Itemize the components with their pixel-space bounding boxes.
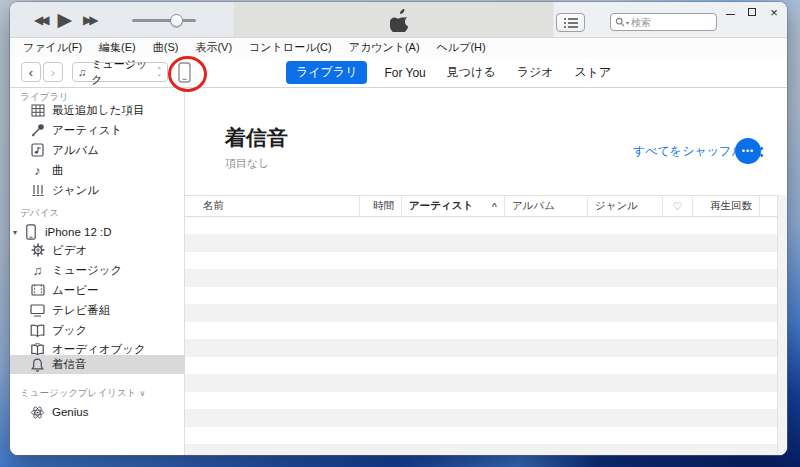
column-header-filler	[760, 196, 777, 216]
media-kind-label: ミュージック	[91, 57, 151, 87]
sidebar-item-artists[interactable]: アーティスト	[10, 120, 185, 140]
sidebar-item-label: ブック	[52, 323, 87, 338]
grid-icon	[30, 104, 45, 117]
sidebar: ライブラリ 最近追加した項目 アーティスト アルバム ♪	[10, 88, 185, 455]
navigation-bar: ‹ › ♫ ミュージック ⌃⌄ ライブラリ For You 見つける ラジオ ス…	[10, 57, 787, 88]
more-options-button[interactable]: •••	[735, 138, 761, 164]
microphone-icon	[30, 123, 45, 137]
table-header: 名前 時間 アーティスト ^ アルバム ジャンル ♡ 再生回数	[185, 195, 777, 217]
sidebar-item-movies[interactable]: ムービー	[10, 280, 185, 300]
main-pane: 着信音 項目なし すべてをシャッフル ••• 名前 時間	[185, 88, 787, 455]
device-name-label: iPhone 12 :D	[45, 226, 112, 238]
tab-browse[interactable]: 見つける	[443, 61, 500, 84]
maximize-button[interactable]	[744, 2, 760, 22]
column-header-artist-label: アーティスト	[409, 199, 473, 213]
sidebar-item-label: Genius	[52, 406, 88, 418]
sidebar-item-label: アルバム	[52, 143, 99, 158]
sidebar-devices-header: デバイス	[20, 207, 59, 220]
shuffle-all-label: すべてをシャッフル	[633, 143, 744, 160]
rewind-button[interactable]: ◀◀	[34, 6, 46, 34]
menu-account[interactable]: アカウント(A)	[349, 40, 420, 55]
sidebar-item-label: 着信音	[52, 357, 87, 372]
column-header-love[interactable]: ♡	[663, 196, 693, 216]
atom-icon	[30, 405, 45, 420]
tv-icon	[30, 304, 45, 317]
play-button[interactable]: ▶	[57, 6, 72, 34]
column-header-time[interactable]: 時間	[360, 196, 402, 216]
volume-slider-knob[interactable]	[170, 14, 183, 27]
apple-logo-icon	[390, 9, 410, 32]
back-button[interactable]: ‹	[21, 62, 41, 82]
music-notes-icon: ♫	[30, 264, 45, 277]
playlists-header-label: ミュージックプレイリスト	[20, 387, 136, 400]
column-header-artist-sorted[interactable]: アーティスト ^	[402, 196, 505, 216]
film-icon	[30, 284, 45, 296]
sidebar-item-books[interactable]: ブック	[10, 320, 185, 340]
minimize-button[interactable]	[722, 2, 738, 22]
store-tabs: ライブラリ For You 見つける ラジオ ストア	[286, 61, 615, 84]
sidebar-item-label: ムービー	[52, 283, 99, 298]
search-field[interactable]: ▾	[610, 13, 717, 31]
column-header-genre[interactable]: ジャンル	[588, 196, 663, 216]
sidebar-item-tv-shows[interactable]: テレビ番組	[10, 300, 185, 320]
search-scope-chevron-icon[interactable]: ▾	[626, 19, 629, 26]
menu-edit[interactable]: 編集(E)	[99, 40, 136, 55]
close-button[interactable]: ×	[766, 2, 782, 22]
sidebar-item-video[interactable]: ビデオ	[10, 240, 185, 260]
sidebar-item-genius[interactable]: Genius	[10, 402, 185, 422]
updown-chevron-icon: ⌃⌄	[157, 68, 162, 76]
audiobook-icon	[30, 343, 45, 356]
sidebar-item-label: 最近追加した項目	[52, 103, 145, 118]
sidebar-item-label: ビデオ	[52, 243, 87, 258]
sidebar-item-label: ミュージック	[52, 263, 122, 278]
music-note-icon: ♫	[78, 67, 86, 78]
gear-icon	[30, 243, 45, 257]
view-options-button[interactable]	[556, 13, 585, 32]
media-kind-dropdown[interactable]: ♫ ミュージック ⌃⌄	[72, 62, 168, 82]
sidebar-item-music[interactable]: ♫ ミュージック	[10, 260, 185, 280]
tab-store[interactable]: ストア	[570, 61, 615, 84]
sidebar-playlists-header[interactable]: ミュージックプレイリスト ∨	[20, 387, 145, 400]
sidebar-item-albums[interactable]: アルバム	[10, 140, 185, 160]
volume-slider[interactable]	[132, 19, 196, 22]
sidebar-item-songs[interactable]: ♪ 曲	[10, 160, 185, 180]
vertical-scrollbar[interactable]	[777, 195, 787, 455]
menu-controls[interactable]: コントロール(C)	[249, 40, 332, 55]
tab-library[interactable]: ライブラリ	[286, 61, 367, 84]
menu-file[interactable]: ファイル(F)	[23, 40, 82, 55]
title-bar: ◀◀ ▶ ▶▶	[10, 2, 787, 38]
iphone-icon	[23, 224, 38, 240]
menu-help[interactable]: ヘルプ(H)	[437, 40, 486, 55]
column-header-plays[interactable]: 再生回数	[693, 196, 760, 216]
search-input[interactable]	[631, 17, 701, 28]
search-icon	[615, 17, 625, 27]
fast-forward-button[interactable]: ▶▶	[83, 6, 95, 34]
page-title: 着信音	[225, 124, 288, 152]
sidebar-item-label: 曲	[52, 163, 64, 178]
tab-for-you[interactable]: For You	[380, 63, 429, 83]
sidebar-item-ringtones[interactable]: 着信音	[10, 355, 185, 374]
song-note-icon: ♪	[30, 164, 45, 177]
window-content: ライブラリ 最近追加した項目 アーティスト アルバム ♪	[10, 88, 787, 455]
sidebar-item-genres[interactable]: ジャンル	[10, 180, 185, 200]
genres-icon	[30, 183, 45, 197]
playback-controls: ◀◀ ▶ ▶▶	[34, 6, 96, 34]
forward-button[interactable]: ›	[43, 62, 63, 82]
tab-radio[interactable]: ラジオ	[513, 61, 558, 84]
book-icon	[30, 324, 45, 337]
sort-ascending-icon: ^	[492, 201, 497, 211]
bell-icon	[30, 358, 45, 372]
menu-view[interactable]: 表示(V)	[195, 40, 232, 55]
menu-bar: ファイル(F) 編集(E) 曲(S) 表示(V) コントロール(C) アカウント…	[10, 38, 787, 57]
list-view-icon	[563, 17, 579, 29]
column-header-album[interactable]: アルバム	[505, 196, 588, 216]
chevron-down-icon: ∨	[139, 389, 145, 398]
column-header-name[interactable]: 名前	[185, 196, 360, 216]
sidebar-device-iphone[interactable]: ▾ iPhone 12 :D	[10, 222, 185, 242]
sidebar-item-recently-added[interactable]: 最近追加した項目	[10, 100, 185, 120]
expander-triangle-icon[interactable]: ▾	[13, 228, 22, 237]
sidebar-item-label: テレビ番組	[52, 303, 110, 318]
window-controls: ×	[722, 2, 782, 22]
sidebar-item-label: アーティスト	[52, 123, 122, 138]
menu-song[interactable]: 曲(S)	[153, 40, 179, 55]
